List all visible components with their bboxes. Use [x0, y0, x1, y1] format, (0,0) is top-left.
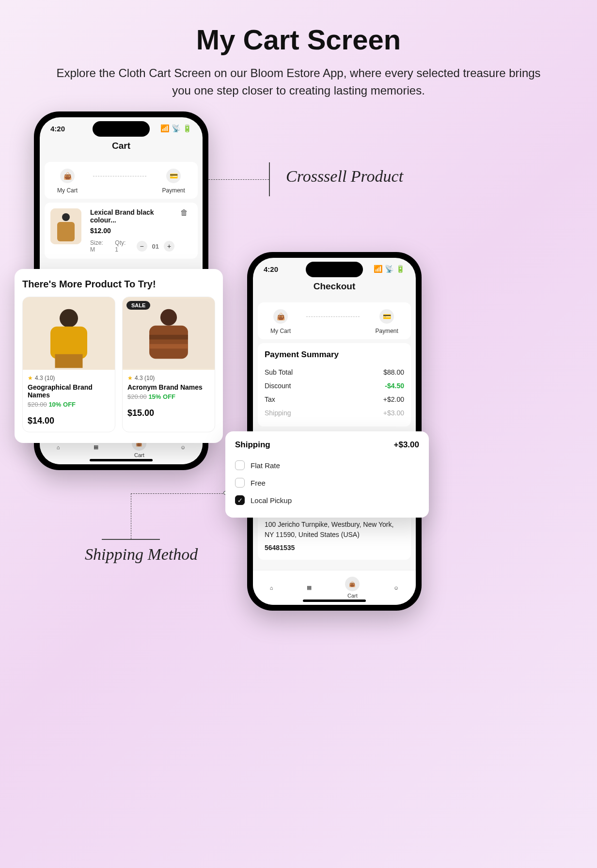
nav-profile[interactable]: ☺ — [180, 444, 186, 450]
nav-label: Cart — [347, 593, 358, 599]
qty-plus-button[interactable]: + — [164, 241, 174, 252]
status-time: 4:20 — [50, 125, 65, 133]
star-icon: ★ — [28, 375, 33, 381]
signal-icon: 📶 — [160, 124, 170, 132]
summary-label: Sub Total — [265, 368, 293, 376]
trash-icon: 🗑 — [180, 208, 188, 217]
step-my-cart[interactable]: 👜 My Cart — [270, 309, 291, 334]
svg-rect-11 — [149, 344, 188, 349]
grid-icon: ▦ — [307, 584, 312, 591]
step-my-cart[interactable]: 👜 My Cart — [57, 169, 78, 194]
summary-value: +$2.00 — [383, 395, 404, 403]
page-subtitle: Explore the Cloth Cart Screen on our Blo… — [47, 64, 550, 99]
step-label: Payment — [162, 187, 185, 194]
nav-grid[interactable]: ▦ — [307, 584, 312, 591]
shipping-panel: Shipping +$3.00 Flat Rate Free ✓Local Pi… — [225, 431, 429, 518]
product-image: SALE — [123, 297, 215, 370]
product-name: Acronym Brand Names — [127, 383, 210, 391]
summary-row: Discount-$4.50 — [265, 379, 404, 393]
summary-value: $88.00 — [383, 368, 404, 376]
home-indicator — [303, 600, 366, 602]
nav-home[interactable]: ⌂ — [270, 585, 273, 591]
annotation-shipping: Shipping Method — [85, 545, 198, 564]
option-label: Free — [251, 479, 266, 487]
svg-rect-10 — [149, 335, 188, 340]
product-rating: ★4.3 (10) — [127, 375, 210, 381]
product-card[interactable]: ★4.3 (10) Geographical Brand Names $20.0… — [22, 297, 115, 432]
billing-text: 100 Jericho Turnpike, Westbury, New York… — [265, 520, 404, 540]
bag-icon: 👜 — [63, 172, 72, 180]
steps-divider — [306, 316, 360, 317]
qty-value: 01 — [152, 243, 159, 250]
checkout-steps: 👜 My Cart 💳 Payment — [45, 162, 198, 199]
shipping-option-flat-rate[interactable]: Flat Rate — [235, 457, 419, 474]
product-discount: 10% OFF — [48, 401, 76, 408]
svg-rect-5 — [50, 327, 87, 359]
wifi-icon: 📡 — [172, 124, 181, 132]
step-payment[interactable]: 💳 Payment — [162, 169, 185, 194]
star-icon: ★ — [127, 375, 133, 381]
nav-home[interactable]: ⌂ — [57, 444, 60, 450]
crosssell-heading: There's More Product To Try! — [22, 279, 215, 290]
connector — [131, 493, 225, 494]
product-orig-price: $20.00 — [28, 401, 47, 408]
cart-item-qty-label: Qty: 1 — [115, 239, 128, 253]
crosssell-panel: There's More Product To Try! ★4.3 (10) G… — [15, 269, 223, 443]
product-card[interactable]: SALE ★4.3 (10) Acronym Brand Names $20.0… — [122, 297, 215, 432]
shipping-option-local-pickup[interactable]: ✓Local Pickup — [235, 491, 419, 509]
connector — [269, 162, 270, 196]
product-name: Geographical Brand Names — [28, 383, 110, 399]
rating-text: 4.3 (10) — [35, 375, 55, 381]
home-icon: ⌂ — [57, 444, 60, 450]
battery-icon: 🔋 — [183, 124, 192, 132]
checkbox-icon — [235, 478, 245, 488]
annotation-crosssell: Crosssell Product — [286, 167, 403, 186]
payment-summary: Payment Summary Sub Total$88.00 Discount… — [258, 343, 411, 426]
svg-point-8 — [160, 309, 177, 326]
product-rating: ★4.3 (10) — [28, 375, 110, 381]
home-icon: ⌂ — [270, 585, 273, 591]
connector — [131, 493, 131, 539]
shipping-option-free[interactable]: Free — [235, 474, 419, 491]
card-icon: 💳 — [383, 313, 391, 320]
page-title: My Cart Screen — [0, 23, 597, 56]
nav-grid[interactable]: ▦ — [94, 444, 98, 450]
home-indicator — [90, 459, 153, 461]
delete-button[interactable]: 🗑 — [180, 208, 192, 217]
option-label: Flat Rate — [251, 461, 280, 470]
product-orig-price: $20.00 — [127, 393, 147, 400]
cart-item[interactable]: Lexical Brand black colour... $12.00 Siz… — [45, 203, 198, 259]
product-price: $14.00 — [28, 416, 110, 426]
status-icons: 📶📡🔋 — [158, 124, 192, 133]
phone-notch — [93, 121, 150, 137]
summary-label: Discount — [265, 382, 291, 390]
signal-icon: 📶 — [374, 265, 383, 273]
summary-row: Shipping+$3.00 — [265, 406, 404, 420]
nav-label: Cart — [134, 452, 144, 458]
battery-icon: 🔋 — [396, 265, 405, 273]
step-label: My Cart — [270, 328, 291, 334]
summary-row: Sub Total$88.00 — [265, 365, 404, 379]
nav-profile[interactable]: ☺ — [393, 585, 399, 591]
summary-label: Tax — [265, 395, 275, 403]
svg-rect-9 — [149, 326, 188, 359]
checkbox-icon: ✓ — [235, 495, 245, 505]
svg-point-1 — [62, 213, 70, 221]
grid-icon: ▦ — [94, 444, 98, 450]
step-label: My Cart — [57, 187, 78, 194]
shipping-title: Shipping — [235, 440, 270, 450]
product-image — [23, 297, 115, 370]
wifi-icon: 📡 — [385, 265, 394, 273]
qty-minus-button[interactable]: − — [137, 241, 147, 252]
status-time: 4:20 — [264, 265, 278, 273]
svg-rect-6 — [55, 354, 83, 368]
rating-text: 4.3 (10) — [135, 375, 155, 381]
bag-icon: 👜 — [277, 313, 285, 320]
user-icon: ☺ — [180, 444, 186, 450]
step-label: Payment — [376, 328, 398, 334]
step-payment[interactable]: 💳 Payment — [376, 309, 398, 334]
bag-icon: 👜 — [349, 581, 356, 587]
summary-row: Tax+$2.00 — [265, 393, 404, 406]
nav-cart[interactable]: 👜Cart — [345, 577, 360, 599]
summary-value: -$4.50 — [385, 382, 404, 390]
